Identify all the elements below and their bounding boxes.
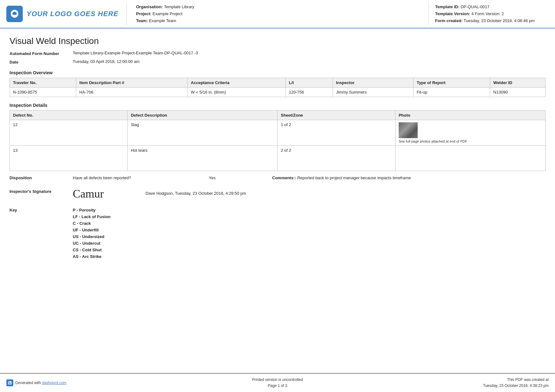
- key-item: UF - Underfill: [73, 228, 110, 232]
- team-label: Team:: [136, 18, 148, 23]
- traveler-no: N-1090-8575: [10, 88, 76, 97]
- form-created-label: Form created:: [435, 18, 463, 23]
- acceptance: W < 5/16 in. (8mm): [188, 88, 286, 97]
- inspection-overview-table: Traveler No. Item Description Part # Acc…: [9, 78, 546, 97]
- col-type-report: Type of Report: [414, 78, 490, 88]
- type-of-report: Fit-up: [414, 88, 490, 97]
- form-version-value: 2: [502, 11, 504, 16]
- footer-center: Printed version is uncontrolled Page 1 o…: [117, 377, 438, 389]
- page-header: YOUR LOGO GOES HERE Organisation: Templa…: [0, 0, 555, 28]
- key-item: US - Undersized: [73, 234, 110, 239]
- key-items: P - PorosityLF - Lack of FusionC - Crack…: [73, 208, 110, 259]
- col-acceptance: Acceptance Criteria: [188, 78, 286, 88]
- page-title: Visual Weld Inspection: [9, 36, 546, 46]
- disposition-answer: Yes: [209, 175, 272, 180]
- defect-no: 12: [10, 120, 128, 146]
- key-label: Key: [9, 208, 73, 212]
- disposition-question: Have all defects been reported?: [73, 175, 209, 180]
- inspection-details-table: Defect No. Defect Description Sheet/Zone…: [9, 110, 546, 171]
- project-value: Example Project: [153, 11, 183, 16]
- main-content: Visual Weld Inspection Automated Form Nu…: [0, 28, 555, 281]
- photo: [395, 146, 545, 171]
- footer-generated-text: Generated with: [15, 381, 41, 385]
- photo-cell: See full page photos attached at end of …: [399, 122, 542, 143]
- footer-pdf-label: This PDF was created at: [438, 377, 549, 383]
- key-item: C - Crack: [73, 221, 110, 226]
- logo-text: YOUR LOGO GOES HERE: [27, 10, 118, 18]
- col-sheet-zone: Sheet/Zone: [278, 111, 395, 120]
- col-inspector: Inspector: [333, 78, 413, 88]
- template-version-label: Template Version:: [435, 11, 470, 16]
- overview-data-row: N-1090-8575 HA-706 W < 5/16 in. (8mm) 12…: [10, 88, 546, 97]
- defect-description: Hot tears: [128, 146, 278, 171]
- form-number-value: Template Library-Example Project-Example…: [73, 51, 546, 55]
- key-item: LF - Lack of Fusion: [73, 214, 110, 219]
- overview-header-row: Traveler No. Item Description Part # Acc…: [10, 78, 546, 88]
- li: 120-756: [286, 88, 333, 97]
- footer-logo-icon: [6, 379, 13, 386]
- footer-pdf-value: Tuesday, 23 October 2018, 4:38:23 pm: [438, 383, 549, 389]
- header-meta-center: Organisation: Template Library Project: …: [127, 3, 428, 25]
- col-defect-desc: Defect Description: [128, 111, 278, 120]
- col-item-desc: Item Description Part #: [76, 78, 187, 88]
- col-welder-id: Welder ID: [490, 78, 546, 88]
- details-data-row: 13 Hot tears 2 of 2: [10, 146, 546, 171]
- defect-description: Slag: [128, 120, 278, 146]
- project-label: Project:: [136, 11, 151, 16]
- org-row: Organisation: Template Library: [136, 3, 419, 10]
- org-label: Organisation:: [136, 4, 163, 9]
- photo: See full page photos attached at end of …: [395, 120, 545, 146]
- footer-left: Generated with dashpivot.com: [6, 379, 117, 386]
- date-row: Date Tuesday, 03 April 2018, 12:00:00 am: [9, 59, 546, 64]
- footer-right: This PDF was created at Tuesday, 23 Octo…: [438, 377, 549, 389]
- template-id-label: Template ID:: [435, 4, 459, 9]
- details-data-row: 12 Slag 1 of 2 See full page photos atta…: [10, 120, 546, 146]
- form-number-label: Automated Form Number: [9, 51, 73, 56]
- signature-block: Camur: [73, 186, 136, 202]
- key-item: CS - Cold Shut: [73, 248, 110, 252]
- defect-no: 13: [10, 146, 128, 171]
- comments-label: Comments::: [272, 175, 296, 180]
- project-row: Project: Example Project: [136, 10, 419, 17]
- template-id-row: Template ID: DP-QUAL-0017: [435, 3, 549, 10]
- key-item: UC - Undercut: [73, 241, 110, 246]
- details-header-row: Defect No. Defect Description Sheet/Zone…: [10, 111, 546, 120]
- item-desc: HA-706: [76, 88, 187, 97]
- inspection-overview-heading: Inspection Overview: [9, 70, 546, 75]
- disposition-comments: Comments:: Reported back to project mana…: [272, 175, 546, 180]
- inspector: Jimmy Summers: [333, 88, 413, 97]
- date-value: Tuesday, 03 April 2018, 12:00:00 am: [73, 59, 546, 64]
- org-value: Template Library: [164, 4, 194, 9]
- key-row: Key P - PorosityLF - Lack of FusionC - C…: [9, 208, 546, 259]
- signature-label: Inspector's Signature: [9, 186, 73, 194]
- form-created-value: Tuesday, 23 October 2018, 4:08:46 pm: [464, 18, 535, 23]
- comments-value: Reported back to project manager because…: [297, 175, 411, 180]
- svg-rect-3: [10, 383, 11, 384]
- header-meta-right: Template ID: DP-QUAL-0017 Template Versi…: [428, 3, 549, 25]
- col-li: L/I: [286, 78, 333, 88]
- template-id-value: DP-QUAL-0017: [461, 4, 490, 9]
- welder-id: N13090: [490, 88, 546, 97]
- version-row: Template Version: 4 Form Version: 2: [435, 10, 549, 17]
- form-number-row: Automated Form Number Template Library-E…: [9, 51, 546, 56]
- signature-image: Camur: [73, 186, 104, 202]
- sheet-zone: 2 of 2: [278, 146, 395, 171]
- col-photo: Photo: [395, 111, 545, 120]
- signature-row: Inspector's Signature Camur Dave Hodgson…: [9, 186, 546, 202]
- disposition-label: Disposition: [9, 175, 73, 180]
- page-footer: Generated with dashpivot.com Printed ver…: [0, 373, 555, 392]
- col-defect-no: Defect No.: [10, 111, 128, 120]
- team-row: Team: Example Team: [136, 17, 419, 24]
- signature-name: Dave Hodgson, Tuesday, 23 October 2018, …: [146, 186, 246, 196]
- team-value: Example Team: [149, 18, 176, 23]
- photo-caption: See full page photos attached at end of …: [399, 139, 467, 143]
- sheet-zone: 1 of 2: [278, 120, 395, 146]
- logo-icon: [6, 6, 23, 22]
- photo-thumbnail: [399, 122, 418, 138]
- footer-print-line2: Page 1 of 3: [117, 383, 438, 389]
- svg-rect-2: [9, 382, 10, 384]
- svg-rect-0: [13, 15, 16, 18]
- form-version-label: Form Version:: [475, 11, 501, 16]
- inspection-details-heading: Inspection Details: [9, 103, 546, 108]
- footer-link[interactable]: dashpivot.com: [42, 381, 66, 385]
